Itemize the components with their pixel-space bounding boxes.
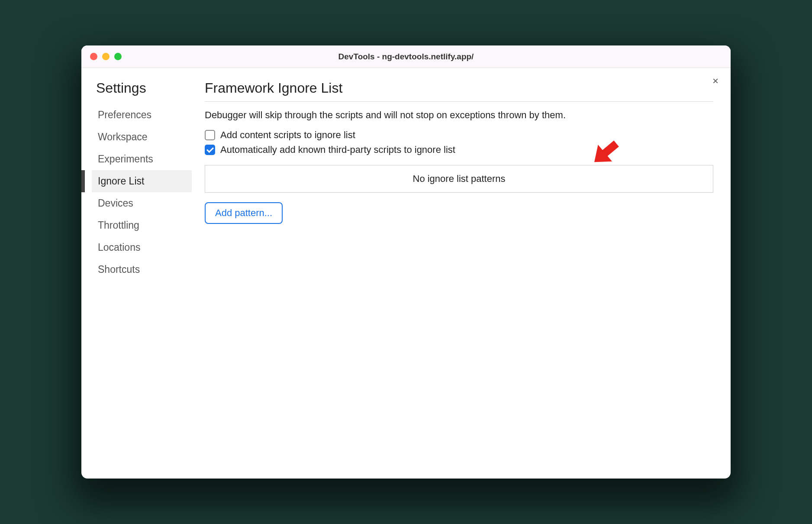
checkbox-content-scripts[interactable] <box>205 130 215 140</box>
sidebar-item-throttling[interactable]: Throttling <box>92 214 192 236</box>
sidebar-title: Settings <box>92 80 192 96</box>
settings-panel: Framework Ignore List Debugger will skip… <box>192 77 731 479</box>
traffic-light-close[interactable] <box>90 53 97 60</box>
sidebar-item-locations[interactable]: Locations <box>92 236 192 259</box>
checkbox-label: Automatically add known third-party scri… <box>220 144 455 155</box>
traffic-light-minimize[interactable] <box>102 53 110 60</box>
checkbox-row-third-party[interactable]: Automatically add known third-party scri… <box>205 144 713 155</box>
panel-title: Framework Ignore List <box>205 80 713 102</box>
checkbox-third-party[interactable] <box>205 145 215 155</box>
sidebar-item-shortcuts[interactable]: Shortcuts <box>92 259 192 281</box>
settings-content: × Settings Preferences Workspace Experim… <box>81 68 731 479</box>
sidebar-item-experiments[interactable]: Experiments <box>92 148 192 170</box>
window-title: DevTools - ng-devtools.netlify.app/ <box>81 52 731 61</box>
checkbox-row-content-scripts[interactable]: Add content scripts to ignore list <box>205 129 713 141</box>
sidebar-item-ignore-list[interactable]: Ignore List <box>92 170 192 192</box>
add-pattern-button[interactable]: Add pattern... <box>205 202 283 224</box>
sidebar-item-preferences[interactable]: Preferences <box>92 104 192 126</box>
titlebar: DevTools - ng-devtools.netlify.app/ <box>81 45 731 68</box>
settings-sidebar: Settings Preferences Workspace Experimen… <box>81 77 192 479</box>
panel-description: Debugger will skip through the scripts a… <box>205 110 713 121</box>
devtools-window: DevTools - ng-devtools.netlify.app/ × Se… <box>81 45 731 479</box>
checkbox-label: Add content scripts to ignore list <box>220 129 355 141</box>
traffic-lights <box>90 53 122 60</box>
ignore-list-empty-state: No ignore list patterns <box>205 165 713 193</box>
traffic-light-fullscreen[interactable] <box>114 53 122 60</box>
sidebar-item-workspace[interactable]: Workspace <box>92 126 192 148</box>
sidebar-item-devices[interactable]: Devices <box>92 192 192 214</box>
